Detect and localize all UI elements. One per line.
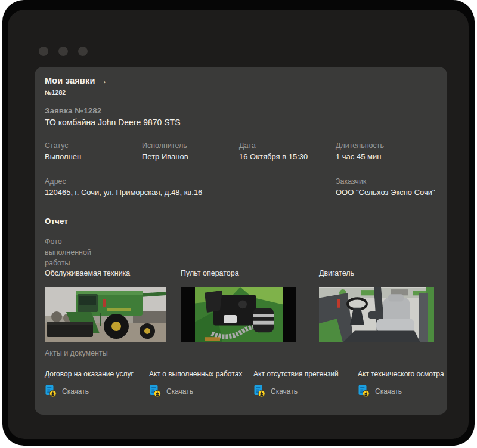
photo-column-console: Пульт оператора	[181, 269, 296, 342]
photos-section-label: Фото выполненной работы	[45, 236, 110, 268]
document-inspection-act-title: Акт технического осмотра	[358, 369, 452, 379]
photo-caption-equipment: Обслуживаемая техника	[45, 269, 166, 277]
download-contract-label: Скачать	[62, 387, 89, 396]
request-subtitle: ТО комбайна John Deere 9870 STS	[45, 118, 180, 127]
document-contract-title: Договор на оказание услуг	[45, 369, 139, 379]
document-no-claims-act: Акт отсутствия претензий Скачать	[253, 369, 348, 397]
breadcrumb-my-requests[interactable]: Мои заявки→	[45, 76, 107, 85]
document-download-icon	[253, 385, 266, 397]
field-executor-label: Исполнитель	[142, 141, 238, 150]
window-controls	[39, 47, 88, 56]
download-no-claims-act-label: Скачать	[271, 387, 298, 396]
photo-engine[interactable]	[319, 287, 434, 342]
breadcrumb-label: Мои заявки	[45, 76, 95, 85]
field-executor-value: Петр Иванов	[142, 152, 238, 161]
window-control-dot-3[interactable]	[78, 47, 88, 56]
photo-caption-engine: Двигатель	[319, 269, 434, 277]
page: Мои заявки→ №1282 Заявка №1282 ТО комбай…	[0, 0, 477, 448]
download-work-act-label: Скачать	[166, 387, 193, 396]
photo-caption-console: Пульт оператора	[181, 269, 296, 277]
window-control-dot-1[interactable]	[39, 47, 48, 56]
field-status-value: Выполнен	[45, 152, 141, 161]
breadcrumb-request-number: №1282	[45, 89, 66, 96]
photo-console[interactable]	[181, 287, 296, 342]
field-status-label: Статус	[45, 141, 141, 150]
field-executor: Исполнитель Петр Иванов	[142, 141, 238, 161]
request-card: Мои заявки→ №1282 Заявка №1282 ТО комбай…	[35, 67, 447, 415]
download-contract-link[interactable]: Скачать	[45, 385, 139, 397]
download-work-act-link[interactable]: Скачать	[149, 385, 243, 397]
download-no-claims-act-link[interactable]: Скачать	[253, 385, 348, 397]
photo-column-engine: Двигатель	[319, 269, 434, 342]
field-duration-label: Длительность	[336, 141, 432, 150]
download-inspection-act-link[interactable]: Скачать	[358, 385, 452, 397]
field-address: Адрес 120465, г. Сочи, ул. Приморская, д…	[45, 177, 295, 197]
document-no-claims-act-title: Акт отсутствия претензий	[253, 369, 348, 379]
document-work-act: Акт о выполненных работах Скачать	[149, 369, 243, 397]
field-duration: Длительность 1 час 45 мин	[336, 141, 432, 161]
document-download-icon	[149, 385, 162, 397]
field-customer-value: ООО "Сельхоз Экспо Сочи"	[336, 188, 443, 197]
photo-equipment[interactable]	[45, 287, 166, 342]
field-address-value: 120465, г. Сочи, ул. Приморская, д.48, к…	[45, 188, 295, 197]
field-customer-label: Заказчик	[336, 177, 443, 186]
request-title: Заявка №1282	[45, 106, 101, 115]
document-download-icon	[358, 385, 370, 397]
document-contract: Договор на оказание услуг Скачать	[45, 369, 139, 397]
field-address-label: Адрес	[45, 177, 295, 186]
field-date-value: 16 Октября в 15:30	[239, 152, 336, 161]
download-inspection-act-label: Скачать	[375, 387, 402, 396]
combine-harvester-image	[45, 287, 166, 342]
document-work-act-title: Акт о выполненных работах	[149, 369, 243, 379]
documents-section-label: Акты и документы	[45, 349, 108, 357]
arrow-right-icon: →	[99, 76, 108, 85]
photo-column-equipment: Обслуживаемая техника	[45, 269, 166, 342]
section-divider	[35, 209, 447, 209]
document-inspection-act: Акт технического осмотра Скачать	[358, 369, 452, 397]
field-date: Дата 16 Октября в 15:30	[239, 141, 336, 161]
field-customer: Заказчик ООО "Сельхоз Экспо Сочи"	[336, 177, 443, 197]
field-status: Статус Выполнен	[45, 141, 141, 161]
field-date-label: Дата	[239, 141, 336, 150]
report-title: Отчет	[45, 217, 68, 225]
field-duration-value: 1 час 45 мин	[336, 152, 432, 161]
window-control-dot-2[interactable]	[58, 47, 68, 56]
cab-interior-image	[319, 287, 434, 342]
document-download-icon	[45, 385, 57, 397]
engine-console-image	[181, 287, 296, 342]
